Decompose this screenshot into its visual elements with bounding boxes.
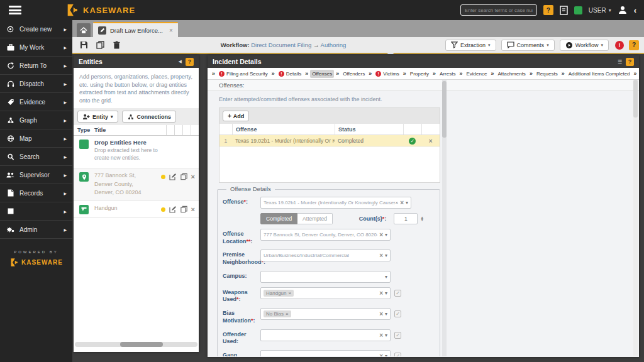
- offender-used-checkbox[interactable]: ✓: [394, 332, 401, 339]
- sidebar-item-map[interactable]: Map ▶: [0, 129, 72, 148]
- counts-input[interactable]: [394, 213, 418, 224]
- journal-icon[interactable]: [560, 6, 568, 15]
- completed-toggle-button[interactable]: Completed: [260, 213, 297, 224]
- chevron-down-icon[interactable]: ▾: [385, 253, 387, 258]
- crumb-arrests[interactable]: Arrests: [438, 70, 457, 78]
- remove-value-icon[interactable]: ×: [395, 200, 398, 206]
- crumb-property[interactable]: Property: [408, 70, 431, 78]
- chevron-down-icon[interactable]: ▾: [385, 353, 387, 356]
- crumb-additional-items-completed[interactable]: Additional Items Completed: [567, 70, 632, 78]
- save-button[interactable]: [77, 40, 90, 51]
- weapons-used-select[interactable]: Handgun× × ▾: [260, 287, 391, 299]
- chevron-down-icon[interactable]: ▾: [385, 274, 387, 280]
- sidebar-item-blank[interactable]: ▶: [0, 202, 72, 221]
- chevron-down-icon[interactable]: ▾: [385, 311, 387, 317]
- kaseware-logo[interactable]: KASEWARE: [65, 3, 135, 17]
- remove-tag-icon[interactable]: ×: [286, 311, 289, 317]
- entities-help-button[interactable]: ?: [186, 58, 194, 66]
- offense-table-row[interactable]: 1 Texas 19.02b1 - Murder (Intentionally …: [219, 135, 440, 147]
- copy-icon[interactable]: [180, 173, 187, 180]
- chevron-down-icon[interactable]: ▾: [385, 290, 387, 296]
- hamburger-menu-icon[interactable]: [9, 6, 21, 14]
- sidebar-item-create-new[interactable]: Create new ▶: [0, 20, 72, 38]
- workflow-button[interactable]: Workflow ▾: [560, 40, 609, 51]
- sidebar-item-dispatch[interactable]: Dispatch ▶: [0, 75, 72, 93]
- tab-home[interactable]: [77, 23, 91, 37]
- gang-information-select[interactable]: × ▾: [260, 350, 391, 356]
- status-indicator[interactable]: [574, 6, 582, 14]
- sidebar-item-evidence[interactable]: Evidence ▶: [0, 93, 72, 111]
- sidebar-item-search[interactable]: Search ▶: [0, 148, 72, 166]
- crumb-filing-and-security[interactable]: ! Filing and Security: [217, 70, 270, 78]
- crumb-offenders[interactable]: Offenders: [341, 70, 367, 78]
- copy-icon[interactable]: [180, 206, 187, 213]
- crumb-details[interactable]: ! Details: [277, 70, 303, 78]
- remove-tag-icon[interactable]: ×: [288, 290, 291, 296]
- copy-document-button[interactable]: [94, 40, 106, 51]
- connections-button[interactable]: Connections: [122, 111, 177, 123]
- entity-link-location[interactable]: 777 Bannock St, Denver County, Denver, C…: [94, 172, 143, 197]
- tab-draft-law-enforcement[interactable]: Draft Law Enforce... ×: [93, 22, 178, 37]
- delete-offense-icon[interactable]: ×: [429, 138, 433, 145]
- extraction-button[interactable]: Extraction ▾: [445, 40, 496, 51]
- crumb-requests[interactable]: Requests: [535, 70, 560, 78]
- sidebar-item-return-to[interactable]: Return To ▶: [0, 57, 72, 75]
- collapse-panel-icon[interactable]: ◀: [179, 59, 182, 64]
- user-menu[interactable]: USER ▾: [589, 7, 611, 14]
- panel-vertical-scrollbar[interactable]: [633, 80, 638, 356]
- clear-icon[interactable]: ×: [400, 199, 404, 206]
- scrollbar-thumb[interactable]: [633, 80, 638, 118]
- bias-motivation-select[interactable]: No Bias× × ▾: [260, 308, 391, 320]
- chevron-down-icon[interactable]: ▾: [385, 232, 387, 238]
- crumb-attachments[interactable]: Attachments: [496, 70, 527, 78]
- profile-icon[interactable]: [618, 5, 628, 15]
- weapons-checkbox[interactable]: ✓: [394, 290, 401, 297]
- gang-information-checkbox[interactable]: ✓: [394, 353, 401, 356]
- incident-help-button[interactable]: ?: [626, 58, 634, 66]
- sidebar-item-records[interactable]: Records ▶: [0, 184, 72, 202]
- clear-icon[interactable]: ×: [379, 310, 383, 317]
- delete-button[interactable]: [110, 40, 123, 51]
- clear-icon[interactable]: ×: [379, 231, 383, 238]
- chevron-down-icon[interactable]: ▾: [406, 200, 408, 206]
- content-vertical-scrollbar[interactable]: [442, 80, 447, 356]
- offender-used-select[interactable]: × ▾: [260, 329, 391, 341]
- crumb-offenses[interactable]: Offenses: [310, 70, 334, 78]
- sidebar-item-my-work[interactable]: My Work ▶: [0, 38, 72, 57]
- chevron-down-icon[interactable]: ▾: [385, 332, 387, 338]
- flag-dot-icon[interactable]: [161, 207, 165, 212]
- flag-dot-icon[interactable]: [161, 175, 165, 179]
- scrollbar-thumb[interactable]: [442, 81, 447, 138]
- entity-link-handgun[interactable]: Handgun: [94, 204, 143, 213]
- remove-entity-icon[interactable]: ×: [191, 173, 195, 180]
- help-button[interactable]: ?: [629, 40, 639, 50]
- sidebar-item-supervisor[interactable]: Supervisor ▶: [0, 166, 72, 184]
- edit-icon[interactable]: [169, 173, 177, 180]
- collapse-chevron-icon[interactable]: ‹: [634, 6, 636, 15]
- sidebar-item-admin[interactable]: Admin ▶: [0, 221, 72, 239]
- premise-neighborhood-select[interactable]: Urban/Business/Industrial/Commercial × ▾: [260, 250, 391, 261]
- number-spinner[interactable]: ▴ ▾: [421, 216, 423, 221]
- clear-icon[interactable]: ×: [379, 252, 383, 259]
- panel-menu-icon[interactable]: ≡: [618, 58, 622, 65]
- campus-select[interactable]: ▾: [260, 271, 391, 283]
- close-icon[interactable]: ×: [169, 27, 173, 34]
- spin-down-icon[interactable]: ▾: [421, 219, 423, 221]
- global-search-input[interactable]: [460, 4, 537, 16]
- attempted-toggle-button[interactable]: Attempted: [297, 213, 333, 224]
- entity-drop-zone[interactable]: Drop Entities Here Drop extracted text h…: [74, 136, 199, 168]
- clear-icon[interactable]: ×: [379, 332, 383, 339]
- horizontal-scrollbar[interactable]: [75, 342, 197, 347]
- comments-button[interactable]: Comments ▾: [501, 40, 555, 51]
- crumb-victims[interactable]: ! Victims: [374, 70, 401, 78]
- sidebar-item-graph[interactable]: Graph ▶: [0, 111, 72, 129]
- clear-icon[interactable]: ×: [379, 353, 383, 356]
- remove-entity-icon[interactable]: ×: [191, 206, 195, 213]
- crumb-evidence[interactable]: Evidence: [464, 70, 489, 78]
- clear-icon[interactable]: ×: [379, 290, 383, 297]
- edit-icon[interactable]: [169, 206, 177, 213]
- add-entity-button[interactable]: Entity ▾: [77, 111, 118, 123]
- workflow-from-link[interactable]: Direct Document Filing: [251, 41, 311, 48]
- offense-location-select[interactable]: 777 Bannock St, Denver County, Denver, C…: [260, 229, 391, 241]
- bias-checkbox[interactable]: ✓: [394, 310, 401, 317]
